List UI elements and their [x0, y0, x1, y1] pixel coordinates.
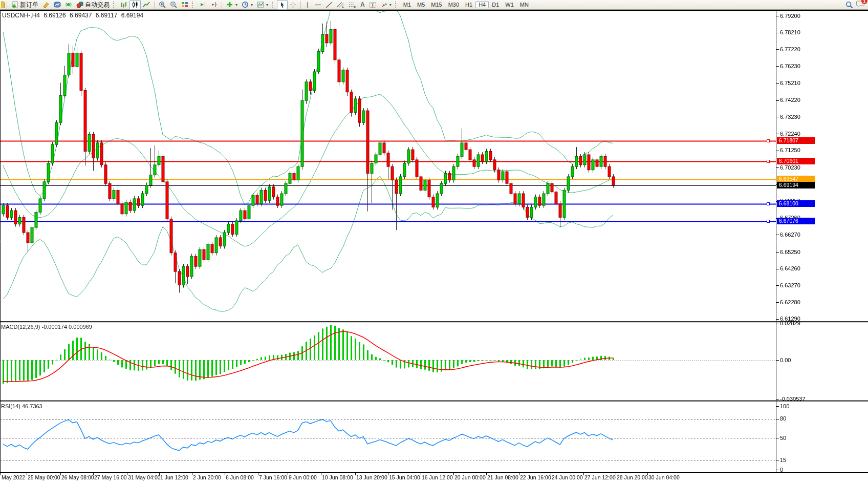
text-label-tool[interactable]: T [367, 0, 379, 10]
timeframe-button-m30[interactable]: M30 [445, 1, 462, 8]
price-line-label: 6.68100 [777, 200, 815, 207]
styler-button[interactable] [40, 0, 52, 10]
rsi-value: 46.7363 [22, 403, 42, 409]
chart-shift-icon [210, 1, 218, 8]
price-scale-tick: 6.77220 [780, 46, 800, 52]
text-icon: A [360, 1, 365, 8]
signal-icon [65, 1, 72, 8]
text-tool[interactable]: A [358, 0, 367, 10]
notification-badge: 1 [861, 0, 867, 4]
horizontal-line-tool[interactable] [312, 0, 323, 10]
price-scale-tick: 6.71250 [780, 147, 800, 153]
new-order-icon [11, 1, 18, 8]
toolbar: 新订单 自动交易 [0, 0, 868, 10]
price-scale-tick: 6.66270 [780, 232, 800, 238]
channel-tool[interactable]: E [335, 0, 346, 10]
fibonacci-tool[interactable]: F [346, 0, 358, 10]
cursor-button[interactable] [277, 0, 288, 10]
zoom-in-button[interactable] [157, 0, 168, 10]
ohlc-open: 6.69126 [44, 12, 66, 19]
time-axis-label: 30 Jun 04:00 [648, 474, 680, 480]
timeframe-toolbar: M1M5M15M30H1H4D1W1MN [400, 1, 532, 9]
add-indicator-icon [226, 1, 233, 8]
chart-shift-button[interactable] [208, 0, 220, 10]
timeframe-button-w1[interactable]: W1 [502, 1, 517, 8]
time-axis-label: 15 Jun 04:00 [389, 474, 420, 480]
auto-scroll-button[interactable] [197, 0, 208, 10]
candlestick-chart-button[interactable] [129, 0, 141, 10]
price-line-label: 6.70601 [777, 158, 815, 164]
autotrading-label: 自动交易 [85, 1, 110, 9]
ohlc-close: 6.69194 [121, 12, 143, 19]
price-scale-tick: 6.75210 [780, 80, 800, 86]
time-axis-label: 16 Jun 12:00 [422, 474, 453, 480]
time-axis-label: 21 Jun 08:00 [487, 474, 518, 480]
bar-chart-icon [120, 1, 127, 8]
equidistant-channel-icon: E [337, 2, 344, 8]
toolbar-grip [192, 2, 195, 8]
new-order-button[interactable]: 新订单 [9, 0, 40, 10]
tile-windows-button[interactable] [179, 0, 190, 10]
template-icon [257, 1, 264, 8]
templates-button[interactable]: ▾ [255, 0, 270, 10]
history-center-button[interactable] [52, 0, 63, 10]
price-line-label: 6.71807 [777, 137, 815, 144]
time-axis-label: 27 May 16:00 [94, 474, 127, 480]
bar-chart-button[interactable] [118, 0, 129, 10]
arrows-tool[interactable]: ▾ [379, 0, 394, 10]
trendline-tool[interactable] [323, 0, 335, 10]
macd-scale-tick: 0.00 [780, 357, 791, 363]
fibonacci-icon: F [349, 2, 356, 8]
crosshair-button[interactable] [288, 0, 298, 10]
time-axis-label: 10 Jun 08:00 [322, 474, 353, 480]
chart-area: USDCNH-,H4 6.69126 6.69437 6.69117 6.691… [0, 10, 868, 483]
ohlc-low: 6.69117 [96, 12, 118, 19]
chevron-down-icon: ▾ [266, 3, 268, 7]
timeframe-button-m1[interactable]: M1 [400, 1, 414, 8]
arrows-icon [381, 2, 387, 8]
periods-button[interactable]: ▾ [240, 0, 255, 10]
time-axis-label: 31 May 04:00 [128, 474, 161, 480]
autotrading-button[interactable]: 自动交易 [74, 0, 112, 10]
alerts-button[interactable] [63, 0, 74, 10]
price-scale-tick: 6.62280 [780, 299, 800, 305]
notifications-button[interactable]: 1 [856, 0, 865, 9]
timeframe-button-m15[interactable]: M15 [428, 1, 445, 8]
toolbar-grip [113, 2, 116, 8]
candlestick-chart-icon [132, 1, 139, 8]
line-chart-button[interactable] [141, 0, 152, 10]
price-line-label: 6.69194 [777, 182, 815, 188]
timeframe-button-mn[interactable]: MN [517, 1, 532, 8]
crosshair-icon [290, 2, 296, 8]
time-axis-label: 27 Jun 12:00 [584, 474, 616, 480]
timeframe-button-d1[interactable]: D1 [489, 1, 502, 8]
mt4-window: 新订单 自动交易 [0, 0, 868, 483]
autotrading-icon [76, 1, 83, 8]
time-axis-label: 6 Jun 08:00 [226, 474, 254, 480]
timeframe-button-h1[interactable]: H1 [462, 1, 475, 8]
vertical-line-icon [305, 2, 310, 8]
indicators-button[interactable]: ▾ [224, 0, 240, 10]
timeframe-button-m5[interactable]: M5 [414, 1, 428, 8]
time-axis-label: 26 May 08:00 [61, 474, 94, 480]
zoom-out-button[interactable] [168, 0, 179, 10]
macd-scale-tick: 0.02829 [780, 320, 800, 326]
price-scale-tick: 6.74220 [780, 97, 800, 103]
price-chart-canvas[interactable] [0, 10, 868, 483]
timeframe-button-h4[interactable]: H4 [475, 1, 489, 8]
chevron-down-icon: ▾ [251, 3, 253, 7]
search-icon[interactable] [845, 1, 853, 9]
macd-signal-value: 0.000969 [69, 324, 92, 330]
price-scale-tick: 6.78210 [780, 29, 800, 35]
crayon-icon [42, 1, 50, 8]
rsi-scale-tick: 80 [780, 415, 786, 422]
time-axis-label: 25 May 00:00 [28, 474, 60, 480]
rsi-indicator-label: RSI(14) 46.7363 [1, 403, 42, 409]
auto-scroll-icon [199, 1, 206, 8]
toolbar-separator [154, 1, 155, 9]
price-line-label: 6.67076 [777, 218, 815, 224]
history-center-icon [54, 1, 61, 8]
tile-windows-icon [181, 1, 188, 8]
time-axis-label: 20 Jun 00:00 [454, 474, 486, 480]
vertical-line-tool[interactable] [303, 0, 312, 10]
